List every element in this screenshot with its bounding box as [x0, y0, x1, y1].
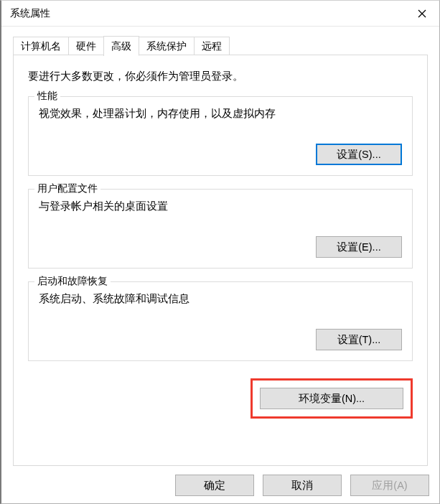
close-icon	[418, 9, 426, 18]
tabstrip: 计算机名 硬件 高级 系统保护 远程	[13, 37, 428, 55]
user-profiles-group: 用户配置文件 与登录帐户相关的桌面设置 设置(E)...	[28, 189, 413, 269]
tab-computer-name[interactable]: 计算机名	[13, 37, 69, 55]
user-profiles-settings-button[interactable]: 设置(E)...	[316, 236, 402, 258]
tab-hardware[interactable]: 硬件	[69, 37, 104, 55]
tab-advanced[interactable]: 高级	[104, 36, 139, 56]
startup-recovery-settings-button[interactable]: 设置(T)...	[316, 329, 402, 350]
performance-group: 性能 视觉效果，处理器计划，内存使用，以及虚拟内存 设置(S)...	[28, 96, 413, 176]
dialog-footer: 确定 取消 应用(A)	[1, 467, 439, 503]
titlebar: 系统属性	[1, 1, 439, 27]
advanced-panel: 要进行大多数更改，你必须作为管理员登录。 性能 视觉效果，处理器计划，内存使用，…	[13, 55, 428, 466]
admin-note: 要进行大多数更改，你必须作为管理员登录。	[28, 70, 413, 83]
close-button[interactable]	[405, 1, 439, 27]
env-vars-highlight: 环境变量(N)...	[251, 378, 413, 419]
performance-settings-button[interactable]: 设置(S)...	[316, 144, 402, 165]
env-vars-row: 环境变量(N)...	[28, 378, 413, 419]
tab-remote[interactable]: 远程	[195, 37, 230, 55]
startup-recovery-group: 启动和故障恢复 系统启动、系统故障和调试信息 设置(T)...	[28, 281, 413, 361]
system-properties-window: 系统属性 计算机名 硬件 高级 系统保护 远程 要进行大多数更改，你必须作为管理…	[0, 0, 440, 504]
content-area: 计算机名 硬件 高级 系统保护 远程 要进行大多数更改，你必须作为管理员登录。 …	[1, 27, 439, 467]
ok-button[interactable]: 确定	[175, 475, 254, 496]
startup-recovery-desc: 系统启动、系统故障和调试信息	[39, 292, 402, 306]
user-profiles-legend: 用户配置文件	[34, 182, 100, 195]
apply-button[interactable]: 应用(A)	[350, 475, 429, 496]
performance-legend: 性能	[34, 90, 60, 103]
environment-variables-button[interactable]: 环境变量(N)...	[260, 388, 403, 409]
performance-desc: 视觉效果，处理器计划，内存使用，以及虚拟内存	[39, 107, 402, 121]
tab-system-protection[interactable]: 系统保护	[139, 37, 195, 55]
cancel-button[interactable]: 取消	[263, 475, 342, 496]
user-profiles-desc: 与登录帐户相关的桌面设置	[39, 200, 402, 213]
startup-recovery-legend: 启动和故障恢复	[34, 275, 111, 288]
window-title: 系统属性	[10, 7, 405, 20]
